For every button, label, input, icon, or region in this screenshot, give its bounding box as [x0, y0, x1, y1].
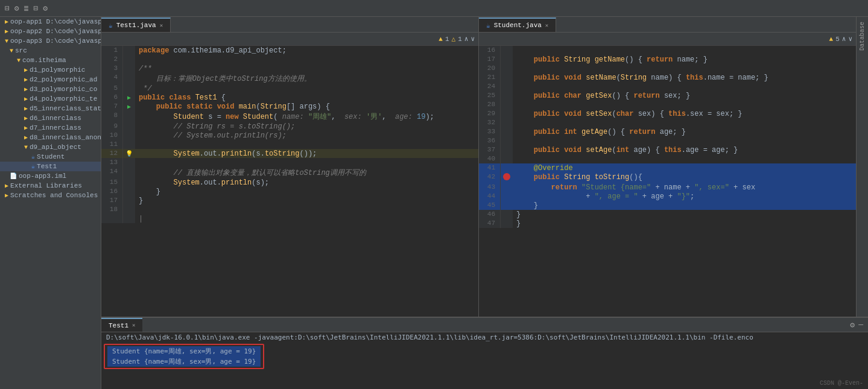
- tab-label-right: Student.java: [494, 22, 542, 29]
- code-line-8: 8 Student s = new Student( name: "周雄", s…: [101, 111, 478, 122]
- gutter-10: [123, 131, 135, 140]
- editor-content-right[interactable]: 16 17 public String getName() { return n…: [479, 46, 856, 317]
- right-line-num-25: 25: [479, 91, 501, 100]
- output-text-1: Student {name=周雄, sex=男, age = 19}: [112, 347, 256, 355]
- sidebar-item-d2[interactable]: ▶ d2_polymorphic_ad: [0, 75, 101, 84]
- line-content-4: 目标：掌握Object类中toString方法的使用。: [135, 73, 478, 84]
- gutter-17: [123, 196, 135, 205]
- gutter-14: [123, 167, 135, 178]
- right-code-line-37: 37 public void setAge(int age) { this.ag…: [479, 145, 856, 154]
- right-gutter-33: [501, 127, 513, 136]
- sidebar-item-d6[interactable]: ▶ d6_innerclass: [0, 113, 101, 123]
- database-label[interactable]: Database: [859, 22, 866, 51]
- toolbar-icon-1[interactable]: ⊟: [5, 4, 10, 13]
- settings-icon-bottom[interactable]: ⚙: [850, 320, 855, 330]
- database-panel[interactable]: Database: [856, 17, 868, 317]
- sidebar-item-scratches[interactable]: ▶ Scratches and Consoles: [0, 191, 101, 200]
- sidebar-item-d8[interactable]: ▶ d8_innerclass_anon: [0, 133, 101, 142]
- output-line-2: Student {name=周雄, sex=男, age = 19}: [107, 356, 261, 367]
- line-num-12: 12: [101, 149, 123, 158]
- run-arrow-7[interactable]: ▶: [127, 104, 131, 110]
- sidebar-item-d9[interactable]: ▼ d9_api_object: [0, 142, 101, 152]
- editor-content-left[interactable]: 1 package com.itheima.d9_api_object; 2: [101, 46, 478, 317]
- sidebar-item-d1[interactable]: ▶ d1_polymorphic: [0, 65, 101, 75]
- code-lines-left: 1 package com.itheima.d9_api_object; 2: [101, 46, 478, 223]
- line-num-14: 14: [101, 167, 123, 178]
- right-code-line-41: 41 @Override: [479, 163, 856, 172]
- toolbar-icon-2[interactable]: ⚙: [14, 4, 19, 13]
- right-code-line-25: 25 public char getSex() { return sex; }: [479, 91, 856, 100]
- code-line-4: 4 目标：掌握Object类中toString方法的使用。: [101, 73, 478, 84]
- editors-area: ☕ Test1.java ✕ ▲ 1 △ 1 ∧ ∨: [101, 17, 868, 389]
- sidebar-item-com-itheima[interactable]: ▼ com.itheima: [0, 55, 101, 65]
- line-num-4: 4: [101, 73, 123, 84]
- run-command-line: D:\soft\Java\jdk-16.0.1\bin\java.exe -ja…: [101, 332, 868, 343]
- right-code-line-36: 36: [479, 136, 856, 145]
- folder-icon-scratches: ▶: [5, 192, 8, 199]
- nav-up-left[interactable]: ∧: [464, 35, 469, 43]
- sidebar-item-src[interactable]: ▼ src: [0, 46, 101, 55]
- sidebar-item-d3[interactable]: ▶ d3_polymorphic_co: [0, 84, 101, 94]
- tab-student[interactable]: ☕ Student.java ✕: [479, 17, 556, 32]
- bottom-tab-close[interactable]: ✕: [132, 322, 135, 329]
- breakpoint-42[interactable]: [503, 173, 510, 180]
- line-content-9: // String rs = s.toString();: [135, 122, 478, 131]
- editor-tabs-right: ☕ Student.java ✕: [479, 17, 856, 33]
- sidebar-item-test1[interactable]: ☕ Test1: [0, 162, 101, 171]
- nav-up-right[interactable]: ∧: [842, 35, 846, 43]
- tab-close-right[interactable]: ✕: [545, 22, 548, 29]
- sidebar-label-oop-app2: oop-app2 D:\code\javaspro: [10, 28, 101, 35]
- tab-close-left[interactable]: ✕: [160, 22, 163, 29]
- close-icon-bottom[interactable]: —: [858, 320, 863, 329]
- right-code-line-28: 28: [479, 100, 856, 109]
- gutter-3: [123, 64, 135, 73]
- gutter-8: [123, 111, 135, 122]
- line-num-18: 18: [101, 205, 123, 214]
- folder-icon-d1: ▶: [24, 66, 28, 74]
- sidebar-item-oop-app2[interactable]: ▶ oop-app2 D:\code\javaspro: [0, 27, 101, 36]
- sidebar-label-com-itheima: com.itheima: [22, 57, 66, 64]
- nav-down-left[interactable]: ∨: [470, 35, 475, 43]
- right-line-content-21: public void setName(String name) { this.…: [513, 73, 856, 82]
- bottom-tab-test1[interactable]: Test1 ✕: [101, 318, 142, 332]
- gutter-18: [123, 205, 135, 214]
- line-num-9: 9: [101, 122, 123, 131]
- right-gutter-36: [501, 136, 513, 145]
- right-line-content-37: public void setAge(int age) { this.age =…: [513, 145, 856, 154]
- right-line-content-36: [513, 136, 856, 145]
- sidebar-label-test1: Test1: [37, 163, 57, 170]
- folder-icon-d9: ▼: [24, 144, 28, 151]
- right-gutter-45: [501, 201, 513, 210]
- line-content-10: // System.out.println(rs);: [135, 131, 478, 140]
- tab-test1[interactable]: ☕ Test1.java ✕: [101, 17, 171, 32]
- toolbar-icon-3[interactable]: ≣: [24, 4, 29, 13]
- right-line-num-33: 33: [479, 127, 501, 136]
- code-line-16: 16 }: [101, 187, 478, 196]
- sidebar-item-d7[interactable]: ▶ d7_innerclass: [0, 123, 101, 133]
- sidebar-item-ext-libs[interactable]: ▶ External Libraries: [0, 181, 101, 191]
- right-line-content-33: public int getAge() { return age; }: [513, 127, 856, 136]
- gutter-4: [123, 73, 135, 84]
- sidebar-item-oop-app3[interactable]: ▼ oop-app3 D:\code\javaspro: [0, 36, 101, 46]
- line-content-cursor: |: [135, 214, 478, 223]
- run-arrow-6[interactable]: ▶: [127, 95, 131, 101]
- warning-icon-left: ▲: [439, 36, 443, 43]
- watermark-text: CSDN @-Even-: [820, 380, 863, 387]
- line-num-3: 3: [101, 64, 123, 73]
- sidebar-item-d5[interactable]: ▶ d5_innerclass_static: [0, 104, 101, 113]
- folder-icon-d8: ▶: [24, 134, 28, 141]
- nav-down-right[interactable]: ∨: [848, 35, 852, 43]
- right-gutter-17: [501, 55, 513, 64]
- right-line-num-40: 40: [479, 154, 501, 163]
- sidebar-item-d4[interactable]: ▶ d4_polymorphic_te: [0, 94, 101, 104]
- sidebar-item-student[interactable]: ☕ Student: [0, 152, 101, 162]
- code-line-2: 2: [101, 55, 478, 64]
- sidebar-item-oop-app1[interactable]: ▶ oop-app1 D:\code\javaspro: [0, 17, 101, 27]
- bottom-content[interactable]: D:\soft\Java\jdk-16.0.1\bin\java.exe -ja…: [101, 332, 868, 389]
- toolbar-icon-5[interactable]: ⚙: [43, 4, 48, 13]
- gutter-5: [123, 84, 135, 93]
- sidebar-item-iml[interactable]: 📄 oop-app3.iml: [0, 171, 101, 181]
- toolbar-icon-4[interactable]: ⊟: [33, 4, 38, 13]
- line-content-8: Student s = new Student( name: "周雄", sex…: [135, 111, 478, 122]
- folder-icon-src: ▼: [10, 48, 13, 54]
